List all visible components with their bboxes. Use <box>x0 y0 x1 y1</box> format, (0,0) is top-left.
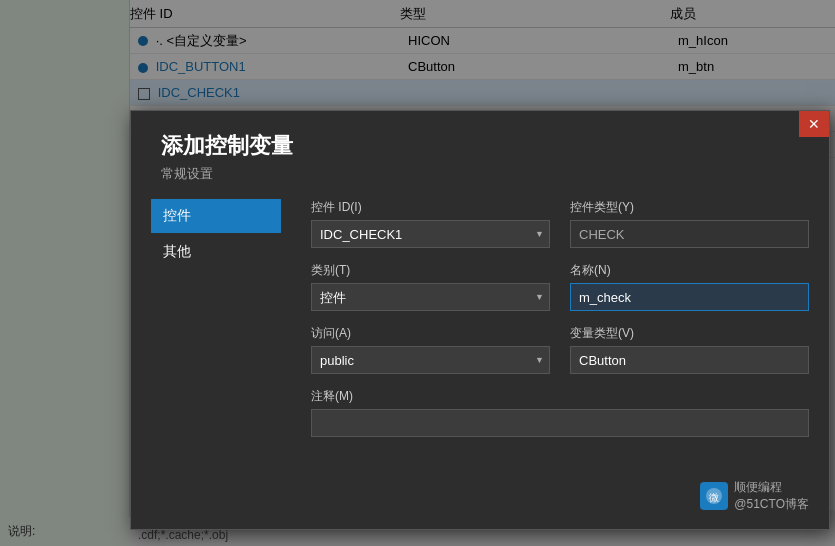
svg-text:微: 微 <box>709 492 719 503</box>
comment-group: 注释(M) <box>311 388 809 437</box>
control-type-group: 控件类型(Y) <box>570 199 809 248</box>
category-label: 类别(T) <box>311 262 550 279</box>
comment-input[interactable] <box>311 409 809 437</box>
access-label: 访问(A) <box>311 325 550 342</box>
close-icon: ✕ <box>808 116 820 132</box>
modal-subtitle: 常规设置 <box>131 165 829 199</box>
modal-title: 添加控制变量 <box>131 111 829 165</box>
control-id-label: 控件 ID(I) <box>311 199 550 216</box>
control-type-input <box>570 220 809 248</box>
brand-icon: 微 <box>704 486 724 506</box>
form-grid: 控件 ID(I) IDC_CHECK1 控件类型(Y) 类别(T) <box>311 199 809 374</box>
category-select[interactable]: 控件 <box>311 283 550 311</box>
access-group: 访问(A) public <box>311 325 550 374</box>
control-id-select-wrap: IDC_CHECK1 <box>311 220 550 248</box>
modal-form-content: 控件 ID(I) IDC_CHECK1 控件类型(Y) 类别(T) <box>291 199 809 507</box>
comment-label: 注释(M) <box>311 388 809 405</box>
variable-type-label: 变量类型(V) <box>570 325 809 342</box>
control-id-select[interactable]: IDC_CHECK1 <box>311 220 550 248</box>
access-select-wrap: public <box>311 346 550 374</box>
watermark-icon: 微 <box>700 482 728 510</box>
nav-item-other[interactable]: 其他 <box>151 235 281 269</box>
name-group: 名称(N) <box>570 262 809 311</box>
name-input[interactable] <box>570 283 809 311</box>
modal-body: 控件 其他 控件 ID(I) IDC_CHECK1 控件类型(Y) <box>131 199 829 507</box>
modal-nav: 控件 其他 <box>151 199 291 507</box>
brand-name: 顺便编程 <box>734 479 809 496</box>
category-select-wrap: 控件 <box>311 283 550 311</box>
modal-dialog: ✕ 添加控制变量 常规设置 控件 其他 控件 ID(I) IDC_CHECK1 <box>130 110 830 530</box>
watermark: 微 顺便编程 @51CTO博客 <box>700 479 809 513</box>
watermark-text: 顺便编程 @51CTO博客 <box>734 479 809 513</box>
variable-type-group: 变量类型(V) <box>570 325 809 374</box>
nav-item-controls[interactable]: 控件 <box>151 199 281 233</box>
name-label: 名称(N) <box>570 262 809 279</box>
control-type-label: 控件类型(Y) <box>570 199 809 216</box>
variable-type-input[interactable] <box>570 346 809 374</box>
access-select[interactable]: public <box>311 346 550 374</box>
modal-close-button[interactable]: ✕ <box>799 111 829 137</box>
brand-handle: @51CTO博客 <box>734 496 809 513</box>
control-id-group: 控件 ID(I) IDC_CHECK1 <box>311 199 550 248</box>
category-group: 类别(T) 控件 <box>311 262 550 311</box>
